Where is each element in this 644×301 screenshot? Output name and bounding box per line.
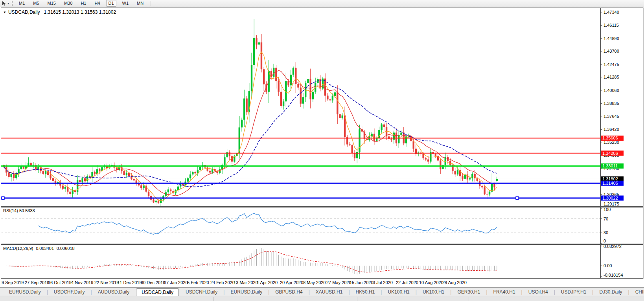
tab-eurusd-daily[interactable]: EURUSD,Daily: [227, 288, 266, 295]
tab-separator: |: [592, 289, 593, 295]
tab-separator: |: [91, 289, 92, 295]
tab-separator: |: [309, 289, 310, 295]
rsi-pane[interactable]: [1, 207, 600, 244]
timeframe-button-d1[interactable]: D1: [106, 0, 116, 7]
chart-window: 1.473401.461151.448901.437001.424751.412…: [0, 7, 644, 287]
tab-separator: |: [450, 289, 451, 295]
tab-usdcad-daily[interactable]: USDCAD,Daily: [136, 288, 179, 296]
tab-separator: |: [348, 289, 350, 295]
toolbar-separator: [151, 1, 151, 6]
cursor-tool-icon[interactable]: [1, 1, 7, 6]
tab-china300-h1[interactable]: CHINA300,H1: [632, 288, 644, 295]
tab-uk100-h1[interactable]: UK100,H1: [419, 288, 448, 295]
timeframe-toolbar: ▾ M1M5M15M30H1H4D1W1MN: [0, 0, 644, 7]
toolbar-drag-handle[interactable]: [12, 1, 13, 6]
timeframe-button-m15[interactable]: M15: [45, 0, 58, 7]
timeframe-button-m1[interactable]: M1: [17, 0, 27, 7]
tab-usoil-h4[interactable]: USOil,H4: [525, 288, 552, 295]
tab-dj30-daily[interactable]: DJ30,Daily: [596, 288, 626, 295]
tab-separator: |: [381, 289, 382, 295]
tab-separator: |: [223, 289, 224, 295]
status-divider: [469, 297, 469, 301]
price-axis[interactable]: [601, 8, 643, 279]
tab-fra40-h1[interactable]: FRA40,H1: [490, 288, 519, 295]
timeframe-button-m30[interactable]: M30: [62, 0, 75, 7]
price-chart-area[interactable]: [1, 8, 600, 206]
tab-usdcnh-daily[interactable]: USDCNH,Daily: [182, 288, 221, 295]
timeframe-button-mn[interactable]: MN: [134, 0, 146, 7]
tab-gbpusd-h4[interactable]: GBPUSD,H4: [272, 288, 306, 295]
tab-usdjpy-h1[interactable]: USDJPY,H1: [558, 288, 590, 295]
tab-separator: |: [521, 289, 523, 295]
tab-usdchf-daily[interactable]: USDCHF,Daily: [50, 288, 88, 295]
timeframe-button-w1[interactable]: W1: [120, 0, 131, 7]
tab-eurusd-daily[interactable]: EURUSD,Daily: [6, 288, 44, 295]
tab-separator: |: [416, 289, 417, 295]
tab-hk50-h1[interactable]: HK50,H1: [352, 288, 379, 295]
tab-ger30-h1[interactable]: GER30,H1: [454, 288, 484, 295]
tab-separator: |: [554, 289, 555, 295]
status-bar: [0, 296, 644, 301]
tab-audusd-daily[interactable]: AUDUSD,Daily: [94, 288, 133, 295]
macd-pane[interactable]: [1, 245, 600, 278]
tab-separator: |: [628, 289, 629, 295]
time-axis[interactable]: [1, 279, 600, 287]
timeframe-button-h1[interactable]: H1: [78, 0, 88, 7]
status-divider: [213, 297, 214, 301]
status-divider: [357, 297, 357, 301]
tool-dropdown-caret[interactable]: ▾: [7, 2, 9, 5]
tab-separator: |: [268, 289, 269, 295]
trading-terminal: { "toolbar":{"timeframes":["M1","M5","M1…: [0, 0, 644, 301]
tab-uk100-h1[interactable]: UK100,H1: [384, 288, 413, 295]
tab-separator: |: [47, 289, 48, 295]
timeframe-button-h4[interactable]: H4: [92, 0, 102, 7]
tab-separator: |: [486, 289, 487, 295]
symbol-tabbar: EURUSD,Daily|USDCHF,Daily|AUDUSD,DailyUS…: [0, 287, 644, 296]
timeframe-button-m5[interactable]: M5: [31, 0, 41, 7]
tab-xauusd-h1[interactable]: XAUUSD,H1: [312, 288, 346, 295]
